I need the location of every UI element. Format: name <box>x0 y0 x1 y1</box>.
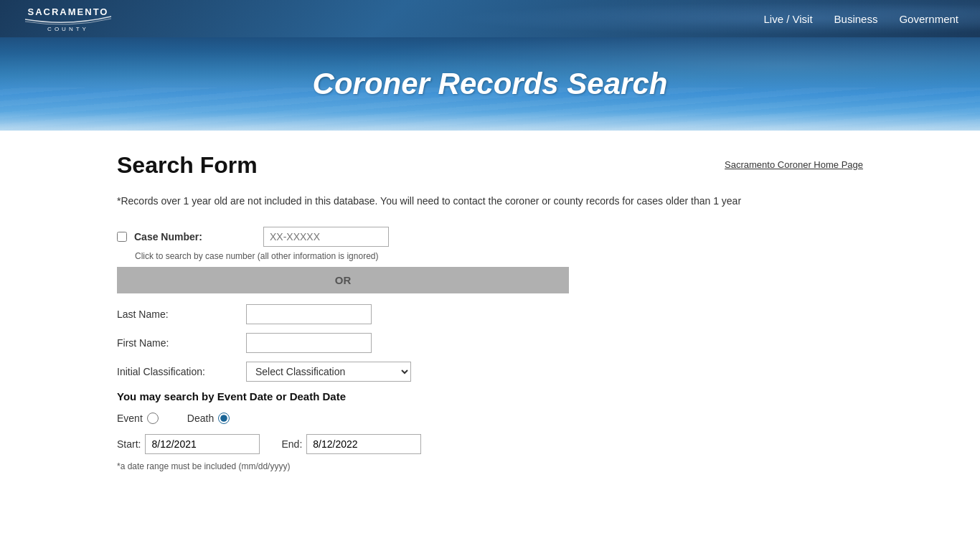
start-date-input[interactable] <box>145 434 260 454</box>
nav-business[interactable]: Business <box>834 13 878 25</box>
classification-label: Initial Classification: <box>117 366 246 377</box>
start-label: Start: <box>117 438 141 450</box>
svg-text:COUNTY: COUNTY <box>47 26 89 32</box>
last-name-row: Last Name: <box>117 304 863 324</box>
death-radio[interactable] <box>218 413 230 424</box>
hero-banner: Coroner Records Search <box>0 37 980 131</box>
top-navigation: SACRAMENTO COUNTY Live / Visit Business … <box>0 0 980 37</box>
nav-links: Live / Visit Business Government <box>763 13 958 25</box>
case-number-input[interactable] <box>263 227 389 247</box>
main-content: Search Form Sacramento Coroner Home Page… <box>60 131 920 493</box>
or-divider: OR <box>117 267 569 293</box>
page-heading: Coroner Records Search <box>313 67 668 101</box>
event-radio-label: Event <box>117 413 143 424</box>
last-name-label: Last Name: <box>117 309 246 320</box>
classification-select[interactable]: Select Classification Natural Accident H… <box>246 362 411 382</box>
case-number-row: Case Number: <box>117 227 863 247</box>
end-date-input[interactable] <box>306 434 421 454</box>
nav-government[interactable]: Government <box>899 13 958 25</box>
page-title: Search Form <box>117 152 258 179</box>
nav-live-visit[interactable]: Live / Visit <box>763 13 812 25</box>
death-radio-group: Death <box>187 413 230 424</box>
first-name-row: First Name: <box>117 333 863 353</box>
page-header: Search Form Sacramento Coroner Home Page <box>117 152 863 179</box>
case-number-label: Case Number: <box>134 231 263 242</box>
svg-text:SACRAMENTO: SACRAMENTO <box>28 6 109 17</box>
date-hint: *a date range must be included (mm/dd/yy… <box>117 461 863 471</box>
site-logo[interactable]: SACRAMENTO COUNTY <box>22 4 115 34</box>
date-type-radio-row: Event Death <box>117 413 863 424</box>
search-form: Case Number: Click to search by case num… <box>117 227 863 471</box>
case-number-hint: Click to search by case number (all othe… <box>135 251 863 261</box>
start-date-group: Start: <box>117 434 260 454</box>
classification-row: Initial Classification: Select Classific… <box>117 362 863 382</box>
event-radio-group: Event <box>117 413 159 424</box>
end-label: End: <box>281 438 302 450</box>
date-section-label: You may search by Event Date or Death Da… <box>117 390 863 402</box>
event-radio[interactable] <box>147 413 159 424</box>
last-name-input[interactable] <box>246 304 372 324</box>
end-date-group: End: <box>281 434 421 454</box>
coroner-home-link[interactable]: Sacramento Coroner Home Page <box>725 159 863 170</box>
case-number-checkbox[interactable] <box>117 232 127 242</box>
first-name-label: First Name: <box>117 337 246 349</box>
notice-text: *Records over 1 year old are not include… <box>117 193 863 209</box>
death-radio-label: Death <box>187 413 214 424</box>
first-name-input[interactable] <box>246 333 372 353</box>
date-range-row: Start: End: <box>117 434 863 454</box>
